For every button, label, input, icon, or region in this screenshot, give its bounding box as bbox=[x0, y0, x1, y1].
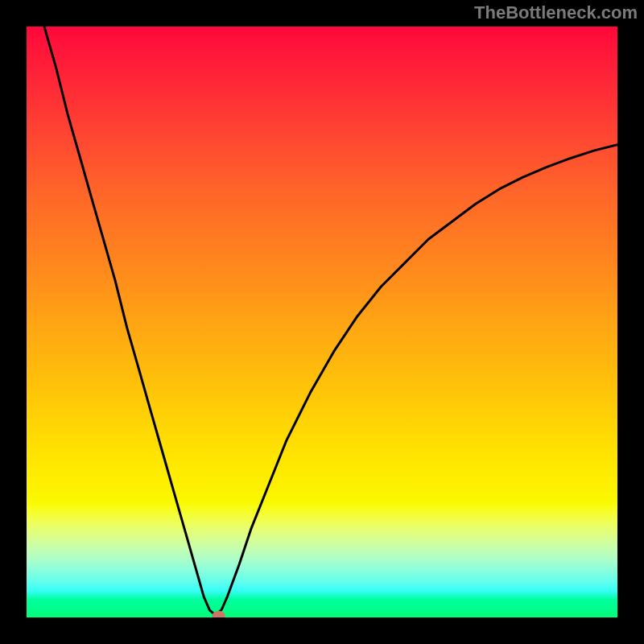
credit-label: TheBottleneck.com bbox=[474, 2, 638, 23]
bottleneck-curve bbox=[44, 27, 617, 615]
chart-frame: TheBottleneck.com bbox=[0, 0, 644, 644]
curve-layer bbox=[27, 27, 617, 617]
minimum-marker bbox=[213, 611, 225, 617]
plot-area bbox=[27, 27, 617, 617]
